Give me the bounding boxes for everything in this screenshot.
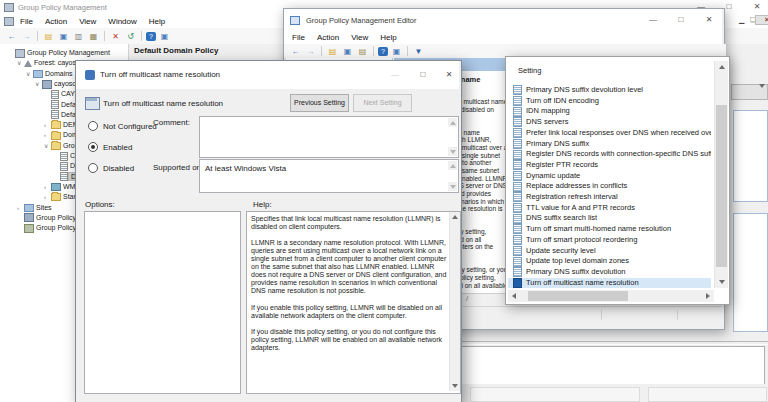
editor-minimize-icon[interactable]: — xyxy=(642,14,664,26)
links-location-dropdown[interactable] xyxy=(731,84,768,100)
setting-row[interactable]: Dynamic update xyxy=(508,171,711,182)
settings-hscrollbar[interactable] xyxy=(508,290,714,302)
tree-item-domains[interactable]: ∨Domains xyxy=(26,69,75,79)
scope-button-left[interactable] xyxy=(470,387,640,402)
supported-on-box[interactable]: At least Windows Vista xyxy=(199,159,459,193)
hscroll-thumb[interactable] xyxy=(528,291,628,301)
expand-chevron-icon[interactable]: ∨ xyxy=(44,141,51,151)
scroll-up-arrow[interactable] xyxy=(715,61,728,73)
scroll-up-arrow[interactable] xyxy=(448,118,457,127)
setting-row[interactable]: Prefer link local responses over DNS whe… xyxy=(508,128,711,139)
radio-circle-icon[interactable] xyxy=(88,121,98,131)
setting-row[interactable]: DNS servers xyxy=(508,117,711,128)
help-vscrollbar[interactable] xyxy=(449,212,460,391)
new-window-icon[interactable]: ▣ xyxy=(390,46,403,57)
setting-row[interactable]: Register DNS records with connection-spe… xyxy=(508,149,711,160)
radio-circle-icon[interactable] xyxy=(88,142,98,152)
forward-icon[interactable]: → xyxy=(20,31,33,42)
console-tree-icon[interactable]: ▣ xyxy=(341,46,354,57)
setting-row[interactable]: DNS suffix search list xyxy=(508,213,711,224)
mdi-close-icon[interactable]: ✕ xyxy=(755,15,768,25)
expand-chevron-icon[interactable]: › xyxy=(44,130,51,140)
scroll-down-arrow[interactable] xyxy=(715,276,728,288)
gpm-menu-file[interactable]: File xyxy=(14,17,39,26)
radio-disabled[interactable]: Disabled xyxy=(88,163,134,173)
radio-enabled[interactable]: Enabled xyxy=(88,142,132,152)
vscroll-thumb[interactable] xyxy=(716,105,727,267)
setting-row[interactable]: Primary DNS suffix devolution xyxy=(508,267,711,278)
radio-circle-icon[interactable] xyxy=(88,163,98,173)
help-icon[interactable]: ? xyxy=(146,32,156,41)
help-box[interactable]: Specifies that link local multicast name… xyxy=(246,211,461,394)
editor-menu-view[interactable]: View xyxy=(345,33,374,42)
tree-item-sites[interactable]: ›Sites xyxy=(17,203,54,213)
dialog-maximize-icon[interactable]: □ xyxy=(412,69,434,81)
setting-row-label: DNS servers xyxy=(526,117,569,128)
expand-chevron-icon[interactable]: ∨ xyxy=(26,69,33,79)
back-icon[interactable]: ← xyxy=(5,31,18,42)
editor-menu-file[interactable]: File xyxy=(286,33,311,42)
setting-row[interactable]: Primary DNS suffix xyxy=(508,139,711,150)
setting-row[interactable]: Primary DNS suffix devolution level xyxy=(508,85,711,96)
expand-chevron-icon[interactable]: › xyxy=(44,182,51,192)
refresh-icon[interactable]: ↺ xyxy=(124,31,137,42)
setting-row[interactable]: Turn off IDN encoding xyxy=(508,96,711,107)
dialog-title-bar[interactable]: Turn off multicast name resolution — □ ✕ xyxy=(76,61,459,89)
setting-row[interactable]: Replace addresses in conflicts xyxy=(508,181,711,192)
setting-row[interactable]: Turn off smart multi-homed name resoluti… xyxy=(508,224,711,235)
expand-chevron-icon[interactable]: › xyxy=(17,203,24,213)
help-icon[interactable]: ? xyxy=(378,47,388,56)
export-list-icon[interactable]: ▤ xyxy=(356,46,369,57)
console-tree-icon[interactable]: ▣ xyxy=(57,31,70,42)
scope-button-right[interactable] xyxy=(648,387,767,402)
setting-row[interactable]: Update top level domain zones xyxy=(508,256,711,267)
scroll-right-arrow[interactable] xyxy=(702,290,714,302)
console-icon xyxy=(15,49,25,58)
dialog-close-icon[interactable]: ✕ xyxy=(438,69,460,81)
setting-row[interactable]: Registration refresh interval xyxy=(508,192,711,203)
security-filtering-list-box xyxy=(733,213,768,332)
setting-row[interactable]: IDN mapping xyxy=(508,106,711,117)
scroll-down-arrow[interactable] xyxy=(448,182,457,191)
setting-row[interactable]: Turn off smart protocol reordering xyxy=(508,235,711,246)
paste-icon[interactable]: ▦ xyxy=(87,31,100,42)
expand-chevron-icon[interactable]: › xyxy=(44,120,51,130)
scroll-up-arrow[interactable] xyxy=(450,212,460,222)
scroll-up-arrow[interactable] xyxy=(448,161,457,170)
gpm-close-icon[interactable]: ✕ xyxy=(746,1,768,13)
gpm-menu-window[interactable]: Window xyxy=(102,17,142,26)
editor-close-icon[interactable]: ✕ xyxy=(698,14,720,26)
scroll-down-arrow[interactable] xyxy=(450,381,460,391)
copy-icon[interactable]: ▥ xyxy=(72,31,85,42)
gpm-menu-help[interactable]: Help xyxy=(143,17,171,26)
expand-chevron-icon[interactable]: › xyxy=(44,192,51,202)
editor-maximize-icon[interactable]: □ xyxy=(670,14,692,26)
expand-chevron-icon[interactable]: ∨ xyxy=(17,58,24,68)
setting-row-label: Turn off smart protocol reordering xyxy=(526,235,637,246)
expand-chevron-icon[interactable]: ∨ xyxy=(35,79,42,89)
tree-item-group-policy-management[interactable]: Group Policy Management xyxy=(8,48,112,58)
setting-row[interactable]: Register PTR records xyxy=(508,160,711,171)
editor-menu-action[interactable]: Action xyxy=(311,33,345,42)
editor-menu-help[interactable]: Help xyxy=(374,33,402,42)
gpm-menu-view[interactable]: View xyxy=(73,17,102,26)
setting-row[interactable]: Update security level xyxy=(508,246,711,257)
editor-title-bar[interactable]: Group Policy Management Editor — □ ✕ xyxy=(284,9,722,31)
new-window-icon[interactable]: ▣ xyxy=(158,31,171,42)
gpm-menu-action[interactable]: Action xyxy=(39,17,73,26)
up-folder-icon[interactable]: ▤ xyxy=(42,31,55,42)
forward-icon[interactable]: → xyxy=(304,46,317,57)
setting-row[interactable]: Turn off multicast name resolution xyxy=(508,278,711,289)
settings-vscrollbar[interactable] xyxy=(714,61,728,288)
scroll-down-arrow[interactable] xyxy=(448,147,457,156)
filter-icon[interactable]: ▼ xyxy=(412,46,425,57)
up-folder-icon[interactable]: ▤ xyxy=(326,46,339,57)
next-setting-button[interactable]: Next Setting xyxy=(353,94,412,112)
setting-row[interactable]: TTL value for A and PTR records xyxy=(508,203,711,214)
previous-setting-button[interactable]: Previous Setting xyxy=(290,94,349,112)
delete-icon[interactable]: ✕ xyxy=(109,31,122,42)
scroll-left-arrow[interactable] xyxy=(508,290,520,302)
comment-textarea[interactable] xyxy=(199,116,459,158)
radio-not-configured[interactable]: Not Configured xyxy=(88,121,157,131)
back-icon[interactable]: ← xyxy=(289,46,302,57)
